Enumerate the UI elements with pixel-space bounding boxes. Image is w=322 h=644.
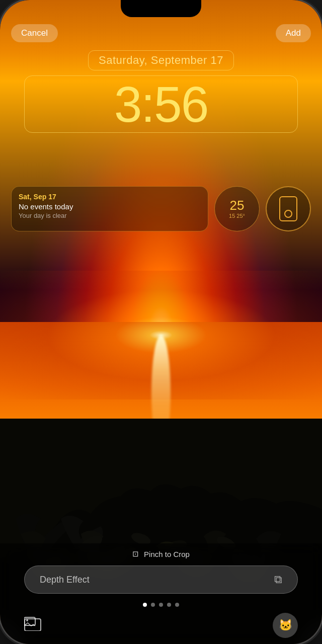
time-label: 3:56 (114, 76, 208, 132)
calendar-widget: Sat, Sep 17 No events today Your day is … (11, 186, 208, 231)
weather-range: 15 25° (229, 213, 245, 219)
svg-point-6 (26, 619, 28, 621)
dot-1 (143, 603, 147, 607)
pinch-hint: ⊡ Pinch to Crop (132, 549, 190, 558)
calendar-event: No events today (19, 202, 201, 211)
lockscreen-date-time: Saturday, September 17 3:56 (24, 50, 298, 133)
depth-effect-button[interactable]: Depth Effect ⧉ (24, 566, 298, 594)
dot-2 (151, 603, 155, 607)
screen: Cancel Add Saturday, September 17 3:56 S… (0, 0, 322, 644)
bottom-icons-row: 🐱 (24, 613, 298, 638)
layers-icon: ⧉ (274, 573, 282, 586)
bottom-bar: ⊡ Pinch to Crop Depth Effect ⧉ (0, 543, 322, 644)
date-label: Saturday, September 17 (99, 54, 223, 66)
calendar-note: Your day is clear (19, 212, 201, 219)
phone-device-icon (279, 196, 297, 221)
widget-row: Sat, Sep 17 No events today Your day is … (11, 186, 311, 231)
weather-widget: 25 15 25° (214, 186, 260, 231)
dot-indicators (143, 603, 179, 607)
phone-frame: Cancel Add Saturday, September 17 3:56 S… (0, 0, 322, 644)
depth-effect-label: Depth Effect (40, 575, 90, 585)
phone-widget (266, 186, 311, 231)
pinch-hint-label: Pinch to Crop (144, 550, 190, 558)
dot-3 (159, 603, 163, 607)
user-avatar: 🐱 (273, 613, 298, 638)
notch (121, 0, 201, 17)
dot-4 (167, 603, 171, 607)
gallery-button[interactable] (24, 617, 41, 634)
calendar-day: Sat, Sep 17 (19, 193, 201, 201)
dot-5 (175, 603, 179, 607)
weather-temp: 25 (230, 199, 245, 212)
crop-icon: ⊡ (132, 549, 139, 558)
time-outline-box: 3:56 (24, 75, 298, 133)
cancel-button[interactable]: Cancel (11, 24, 58, 42)
add-button[interactable]: Add (276, 24, 311, 42)
date-outline-box: Saturday, September 17 (88, 50, 234, 70)
